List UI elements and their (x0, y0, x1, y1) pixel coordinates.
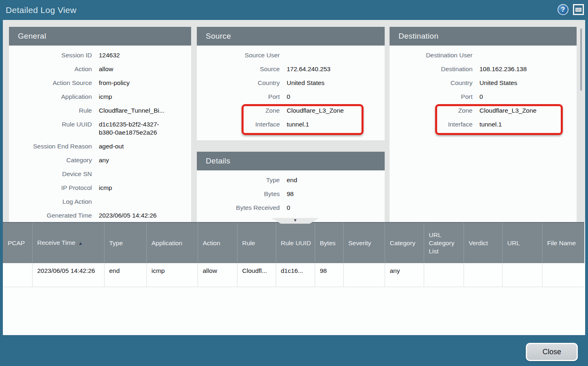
cell-category: any (385, 263, 424, 287)
field-label: Type (197, 176, 280, 184)
column-header-url[interactable]: URL (502, 222, 542, 263)
column-header-rule-uuid[interactable]: Rule UUID (276, 222, 315, 263)
field-row: Generated Time2023/06/05 14:42:26 (9, 211, 191, 222)
restore-window-icon[interactable] (573, 4, 584, 15)
details-panel-header: Details (197, 152, 385, 170)
log-table-region: ▼ PCAPReceive Time▲TypeApplicationAction… (3, 222, 585, 335)
field-row: Destination108.162.236.138 (390, 65, 577, 79)
dialog-footer: Close (0, 335, 588, 366)
field-row: Source172.64.240.253 (197, 65, 385, 79)
log-entries-table: PCAPReceive Time▲TypeApplicationActionRu… (3, 222, 584, 287)
field-value: 98 (287, 190, 385, 198)
column-header-receive-time[interactable]: Receive Time▲ (32, 222, 104, 263)
column-header-verdict[interactable]: Verdict (464, 222, 502, 263)
cell-rule: Cloudfl... (237, 263, 276, 287)
general-panel: General Session ID124632ActionallowActio… (9, 27, 191, 222)
field-label: Source (197, 65, 280, 73)
field-value: end (287, 176, 385, 184)
field-label: Port (197, 93, 280, 101)
field-label: Port (390, 93, 473, 101)
field-row: Bytes98 (197, 190, 385, 204)
destination-panel: Destination Destination UserDestination1… (390, 27, 577, 222)
details-panel-body: TypeendBytes98Bytes Received0 (197, 170, 385, 222)
field-label: Interface (197, 120, 280, 129)
field-row: Action Sourcefrom-policy (9, 79, 191, 93)
field-row: Source User (197, 51, 385, 65)
field-value: allow (99, 65, 171, 73)
column-header-rule[interactable]: Rule (237, 222, 276, 263)
field-row: CountryUnited States (197, 79, 385, 93)
column-header-pcap[interactable]: PCAP (3, 222, 32, 263)
column-header-type[interactable]: Type (104, 222, 146, 263)
column-header-url-category-list[interactable]: URL Category List (424, 222, 464, 263)
column-header-file-name[interactable]: File Name (542, 222, 584, 263)
field-label: Interface (390, 120, 473, 129)
field-label: Rule (9, 107, 92, 115)
field-label: Bytes (197, 190, 280, 198)
field-value: 2023/06/05 14:42:26 (99, 211, 171, 220)
source-panel-body: Source UserSource172.64.240.253CountryUn… (197, 46, 385, 140)
field-label: Destination (390, 65, 473, 73)
table-header-row: PCAPReceive Time▲TypeApplicationActionRu… (3, 222, 584, 263)
column-header-bytes[interactable]: Bytes (315, 222, 343, 263)
field-row: Port0 (197, 93, 385, 107)
field-value: 0 (287, 204, 385, 212)
field-label: Zone (197, 107, 280, 115)
field-row: Applicationicmp (9, 93, 191, 107)
field-label: Bytes Received (197, 204, 280, 212)
field-row: Interfacetunnel.1 (390, 120, 577, 134)
log-table-row[interactable]: 2023/06/05 14:42:26endicmpallowCloudfl..… (3, 263, 584, 287)
log-detail-panels-region: General Session ID124632ActionallowActio… (3, 20, 585, 222)
panels-vertical-scrollbar[interactable] (580, 28, 582, 91)
field-label: Country (197, 79, 280, 87)
column-header-severity[interactable]: Severity (343, 222, 385, 263)
field-value: tunnel.1 (479, 120, 577, 129)
field-value: from-policy (99, 79, 171, 87)
field-label: IP Protocol (9, 184, 92, 192)
cell-action: allow (198, 263, 237, 287)
help-icon-glyph: ? (561, 6, 565, 13)
field-row: Session End Reasonaged-out (9, 142, 191, 156)
splitter-collapse-icon: ▼ (293, 218, 297, 222)
field-row: Log Action (9, 198, 191, 211)
field-row: Bytes Received0 (197, 204, 385, 218)
field-label: Rule UUID (9, 120, 92, 129)
field-value: United States (287, 79, 385, 87)
destination-panel-title: Destination (399, 32, 438, 41)
cell-pcap (3, 263, 32, 287)
column-header-action[interactable]: Action (198, 222, 237, 263)
cell-url (502, 263, 542, 287)
field-value: 0 (479, 93, 577, 101)
field-row: RuleCloudflare_Tunnel_Bi... (9, 107, 191, 120)
field-row: Port0 (390, 93, 577, 107)
general-panel-title: General (18, 32, 46, 41)
field-label: Device SN (9, 170, 92, 178)
details-panel: Details TypeendBytes98Bytes Received0 (197, 152, 385, 222)
close-button[interactable]: Close (526, 343, 578, 361)
sort-ascending-icon: ▲ (78, 241, 83, 246)
column-header-category[interactable]: Category (385, 222, 424, 263)
field-value: any (99, 156, 171, 164)
general-panel-body: Session ID124632ActionallowAction Source… (9, 46, 191, 222)
help-icon[interactable]: ? (558, 4, 568, 15)
field-value: icmp (99, 184, 171, 192)
field-label: Zone (390, 107, 473, 115)
field-row: Interfacetunnel.1 (197, 120, 385, 134)
field-label: Application (9, 93, 92, 101)
field-row: Typeend (197, 176, 385, 190)
field-label: Generated Time (9, 211, 92, 220)
field-label: Destination User (390, 51, 473, 59)
cell-verdict (464, 263, 502, 287)
cell-receive-time: 2023/06/05 14:42:26 (32, 263, 104, 287)
field-row: ZoneCloudflare_L3_Zone (197, 107, 385, 120)
field-value: tunnel.1 (287, 120, 385, 129)
destination-panel-body: Destination UserDestination108.162.236.1… (390, 46, 577, 222)
cell-severity (343, 263, 385, 287)
field-value: icmp (99, 93, 171, 101)
cell-rule-uuid: d1c16... (276, 263, 315, 287)
column-header-application[interactable]: Application (146, 222, 198, 263)
cell-file-name (542, 263, 584, 287)
field-value: 108.162.236.138 (479, 65, 577, 73)
field-label: Log Action (9, 198, 92, 206)
cell-type: end (104, 263, 146, 287)
